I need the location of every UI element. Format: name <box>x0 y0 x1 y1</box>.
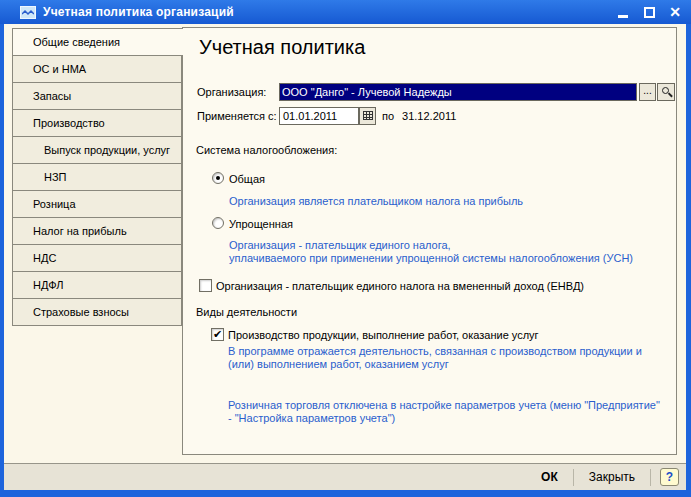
period-label: Применяется с: <box>197 110 277 122</box>
sidebar-item-proizvodstvo[interactable]: Производство <box>12 109 182 137</box>
page-title: Учетная политика <box>199 36 365 59</box>
tax-system-label: Система налогообложения: <box>196 144 337 156</box>
period-to-label: по <box>382 110 394 122</box>
envd-checkbox[interactable] <box>199 279 212 292</box>
radio-selected-dot <box>216 176 220 180</box>
title-bar: Учетная политика организаций ✕ <box>0 0 691 24</box>
period-to: по31.12.2011 <box>382 110 464 122</box>
sidebar-item-ndfl[interactable]: НДФЛ <box>12 271 182 299</box>
organization-label: Организация: <box>197 86 266 98</box>
production-note: В программе отражается деятельность, свя… <box>228 345 642 371</box>
radio-general-tax-label[interactable]: Общая <box>229 173 265 185</box>
radio-general-tax[interactable] <box>212 172 224 184</box>
sidebar-item-nalog-pribyl[interactable]: Налог на прибыль <box>12 217 182 245</box>
general-tax-note: Организация является плательщиком налога… <box>229 195 523 208</box>
sidebar-item-zapasy[interactable]: Запасы <box>12 82 182 110</box>
checkmark-icon: ✔ <box>213 328 222 340</box>
sidebar-tabs: Общие сведения ОС и НМА Запасы Производс… <box>12 28 183 326</box>
help-button[interactable]: ? <box>660 468 679 486</box>
production-checkbox-label[interactable]: Производство продукции, выполнение работ… <box>228 329 539 341</box>
sidebar-item-os-nma[interactable]: ОС и НМА <box>12 55 182 83</box>
dialog-client-area: Общие сведения ОС и НМА Запасы Производс… <box>4 24 686 490</box>
radio-simplified-tax-label[interactable]: Упрощенная <box>229 218 293 230</box>
ok-button[interactable]: ОК <box>535 468 564 486</box>
footer-bar: ОК Закрыть ? <box>4 463 686 490</box>
sidebar-item-general[interactable]: Общие сведения <box>12 28 183 56</box>
envd-checkbox-label[interactable]: Организация - плательщик единого налога … <box>216 280 584 292</box>
sidebar-item-vypusk[interactable]: Выпуск продукции, услуг <box>12 136 182 164</box>
window-title: Учетная политика организаций <box>43 5 234 19</box>
activities-label: Виды деятельности <box>196 306 297 318</box>
footer-separator <box>650 469 651 486</box>
radio-simplified-tax[interactable] <box>212 217 224 229</box>
window-controls: ✕ <box>615 0 683 24</box>
magnifier-icon[interactable] <box>657 83 675 101</box>
footer-separator <box>573 469 574 486</box>
simplified-tax-note: Организация - плательщик единого налога,… <box>229 239 633 265</box>
sidebar-item-nzp[interactable]: НЗП <box>12 163 182 191</box>
retail-disabled-note: Розничная торговля отключена в настройке… <box>228 399 660 425</box>
close-button[interactable]: Закрыть <box>583 468 641 486</box>
organization-choose-button[interactable]: ... <box>639 83 656 101</box>
production-checkbox[interactable]: ✔ <box>211 328 224 341</box>
maximize-icon[interactable] <box>641 4 657 20</box>
period-to-value: 31.12.2011 <box>402 110 456 122</box>
form-icon <box>20 6 36 19</box>
sidebar-item-nds[interactable]: НДС <box>12 244 182 272</box>
sidebar-item-roznitsa[interactable]: Розница <box>12 190 182 218</box>
calendar-icon[interactable] <box>359 107 376 125</box>
accounting-policy-dialog: Учетная политика организаций ✕ Общие све… <box>0 0 691 497</box>
close-icon[interactable]: ✕ <box>667 4 683 20</box>
sidebar-item-strahovye[interactable]: Страховые взносы <box>12 298 182 326</box>
minimize-icon[interactable] <box>615 4 631 20</box>
organization-field[interactable]: ООО "Данго" - Лучевой Надежды <box>279 83 637 101</box>
main-panel: Учетная политика Организация: ООО "Данго… <box>182 27 677 455</box>
period-from-input[interactable]: 01.01.2011 <box>279 107 359 125</box>
